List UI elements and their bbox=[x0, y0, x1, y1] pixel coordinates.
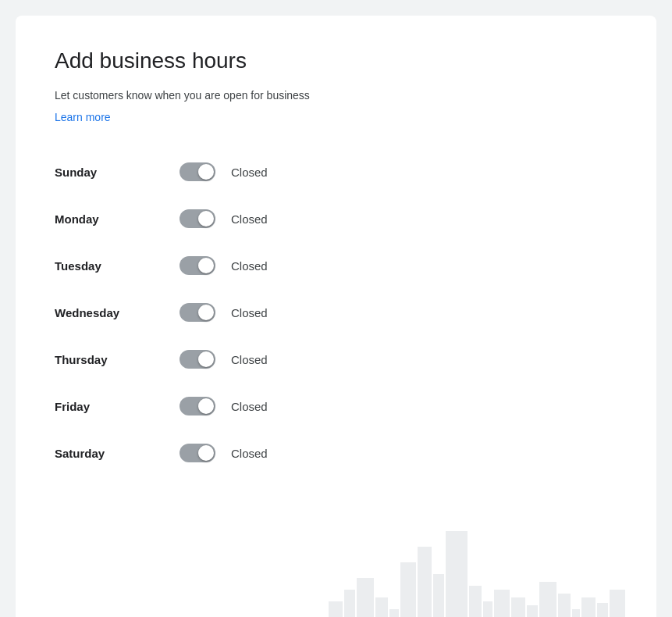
day-name-tuesday: Tuesday bbox=[55, 259, 180, 273]
status-wednesday: Closed bbox=[231, 306, 268, 319]
status-saturday: Closed bbox=[231, 447, 268, 460]
building bbox=[418, 547, 432, 617]
status-friday: Closed bbox=[231, 400, 268, 413]
building bbox=[344, 590, 355, 617]
building bbox=[400, 562, 416, 617]
day-row: TuesdayClosed bbox=[55, 242, 617, 289]
building bbox=[581, 597, 596, 617]
status-thursday: Closed bbox=[231, 353, 268, 366]
toggle-tuesday[interactable] bbox=[180, 256, 215, 275]
status-tuesday: Closed bbox=[231, 259, 268, 273]
toggle-sunday[interactable] bbox=[180, 162, 215, 181]
building bbox=[329, 601, 343, 617]
toggle-thursday[interactable] bbox=[180, 350, 215, 369]
status-sunday: Closed bbox=[231, 166, 268, 179]
day-row: SaturdayClosed bbox=[55, 430, 617, 476]
building bbox=[539, 582, 556, 617]
day-row: WednesdayClosed bbox=[55, 289, 617, 336]
page-title: Add business hours bbox=[55, 47, 617, 75]
day-row: FridayClosed bbox=[55, 383, 617, 430]
day-name-thursday: Thursday bbox=[55, 353, 180, 366]
building bbox=[494, 590, 510, 617]
subtitle: Let customers know when you are open for… bbox=[55, 87, 617, 104]
building bbox=[469, 586, 482, 617]
day-name-friday: Friday bbox=[55, 400, 180, 413]
day-name-saturday: Saturday bbox=[55, 447, 180, 460]
building bbox=[483, 601, 492, 617]
building bbox=[610, 590, 625, 617]
building bbox=[433, 574, 444, 617]
toggle-friday[interactable] bbox=[180, 397, 215, 415]
days-list: SundayClosedMondayClosedTuesdayClosedWed… bbox=[55, 148, 617, 476]
status-monday: Closed bbox=[231, 212, 268, 226]
skyline-decoration bbox=[329, 508, 656, 617]
building bbox=[597, 603, 608, 617]
building bbox=[446, 531, 468, 617]
building bbox=[572, 609, 580, 617]
main-card: Add business hours Let customers know wh… bbox=[16, 16, 656, 617]
toggle-monday[interactable] bbox=[180, 209, 215, 228]
building bbox=[558, 594, 571, 617]
building bbox=[511, 597, 525, 617]
building bbox=[527, 605, 538, 617]
building bbox=[389, 609, 399, 617]
building bbox=[375, 597, 388, 617]
day-row: MondayClosed bbox=[55, 195, 617, 242]
toggle-saturday[interactable] bbox=[180, 444, 215, 462]
day-name-wednesday: Wednesday bbox=[55, 306, 180, 319]
day-name-monday: Monday bbox=[55, 212, 180, 226]
building bbox=[357, 578, 374, 617]
day-name-sunday: Sunday bbox=[55, 166, 180, 179]
day-row: SundayClosed bbox=[55, 148, 617, 195]
day-row: ThursdayClosed bbox=[55, 336, 617, 383]
toggle-wednesday[interactable] bbox=[180, 303, 215, 322]
learn-more-link[interactable]: Learn more bbox=[55, 111, 111, 123]
